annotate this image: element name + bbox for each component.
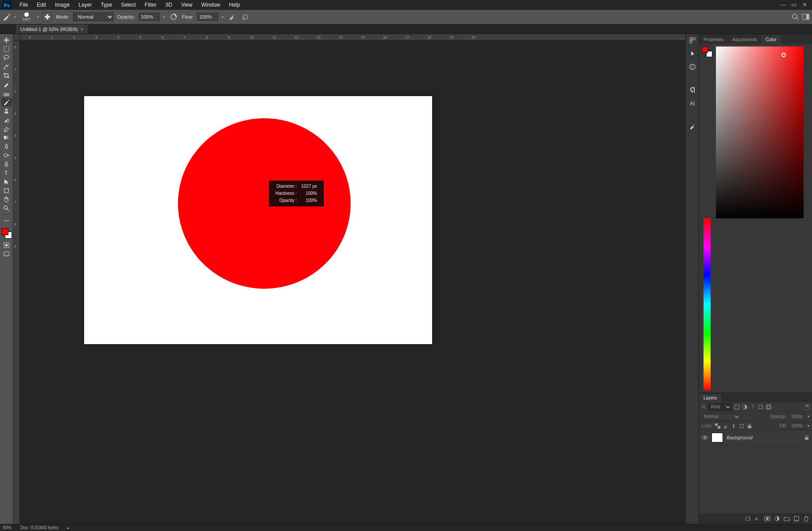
menu-file[interactable]: File — [15, 1, 32, 9]
link-layers-icon[interactable] — [745, 515, 751, 522]
menu-layer[interactable]: Layer — [74, 1, 96, 9]
foreground-color-swatch[interactable] — [1, 228, 8, 235]
zoom-tool[interactable] — [1, 204, 12, 213]
info-panel-icon[interactable]: i — [688, 62, 697, 71]
filter-toggle[interactable] — [805, 404, 809, 410]
new-group-icon[interactable] — [784, 515, 790, 522]
brush-settings-panel-icon[interactable] — [688, 122, 697, 131]
path-select-tool[interactable] — [1, 178, 12, 186]
doc-info[interactable]: Doc: 9.01M/0 bytes — [20, 525, 58, 530]
minimize-button[interactable]: — — [780, 2, 786, 8]
flow-chevron-icon[interactable]: ▾ — [222, 15, 224, 19]
color-tab[interactable]: Color — [762, 35, 781, 44]
brush-tool[interactable] — [1, 98, 12, 106]
airbrush-button[interactable] — [227, 12, 237, 22]
panel-fg-swatch[interactable] — [702, 47, 708, 53]
pen-tool[interactable] — [1, 160, 12, 168]
fill-input[interactable] — [789, 423, 805, 429]
quick-mask-button[interactable] — [1, 241, 12, 249]
lock-artboard-icon[interactable] — [739, 423, 744, 429]
filter-pixel-icon[interactable] — [734, 404, 740, 410]
mode-select[interactable]: Normal — [73, 12, 114, 21]
color-swatch[interactable] — [1, 228, 12, 239]
crop-tool[interactable] — [1, 71, 12, 80]
document-canvas[interactable] — [84, 96, 432, 344]
edit-toolbar-button[interactable] — [1, 217, 12, 225]
layer-fx-icon[interactable]: fx — [754, 515, 761, 522]
color-panel-swatches[interactable] — [702, 47, 712, 57]
opacity-input[interactable] — [139, 13, 160, 21]
ruler-vertical[interactable]: 0 1 2 3 4 5 6 7 8 9 — [13, 41, 20, 524]
filter-kind-select[interactable]: Kind — [708, 403, 732, 411]
clone-stamp-tool[interactable] — [1, 107, 12, 115]
color-field[interactable] — [716, 47, 804, 218]
history-brush-tool[interactable] — [1, 116, 12, 124]
menu-3d[interactable]: 3D — [161, 1, 176, 9]
fill-chevron-icon[interactable]: ▾ — [808, 424, 809, 428]
layer-row-background[interactable]: Background — [699, 430, 812, 445]
flow-input[interactable] — [197, 13, 218, 21]
gradient-tool[interactable] — [1, 133, 12, 142]
opacity-chevron-icon[interactable]: ▾ — [163, 15, 165, 19]
history-panel-icon[interactable] — [688, 36, 697, 45]
menu-type[interactable]: Type — [96, 1, 116, 9]
filter-smart-icon[interactable] — [766, 404, 772, 410]
size-pressure-button[interactable] — [240, 12, 250, 22]
menu-edit[interactable]: Edit — [32, 1, 50, 9]
quick-select-tool[interactable] — [1, 62, 12, 71]
lock-position-icon[interactable] — [731, 423, 736, 429]
new-layer-icon[interactable] — [793, 515, 800, 522]
lasso-tool[interactable] — [1, 54, 12, 62]
delete-layer-icon[interactable] — [803, 515, 809, 522]
canvas[interactable]: Diameter :1027 px Hardness :100% Opacity… — [20, 41, 685, 524]
opacity-pressure-button[interactable] — [169, 12, 178, 22]
screen-mode-button[interactable] — [1, 250, 12, 258]
lock-all-icon[interactable] — [747, 423, 752, 429]
menu-view[interactable]: View — [177, 1, 197, 9]
layer-name[interactable]: Background — [727, 435, 753, 440]
blur-tool[interactable] — [1, 142, 12, 151]
layer-mask-icon[interactable] — [764, 515, 770, 522]
character-panel-icon[interactable]: A — [688, 99, 697, 108]
blend-mode-select[interactable]: Normal — [702, 413, 741, 420]
filter-adjust-icon[interactable] — [742, 404, 748, 410]
menu-image[interactable]: Image — [50, 1, 74, 9]
marquee-tool[interactable] — [1, 45, 12, 53]
maximize-button[interactable]: ▭ — [791, 2, 797, 8]
adjustments-tab[interactable]: Adjustments — [728, 35, 762, 44]
dodge-tool[interactable] — [1, 151, 12, 159]
layer-locked-icon[interactable] — [804, 435, 809, 440]
shape-tool[interactable] — [1, 186, 12, 195]
menu-filter[interactable]: Filter — [140, 1, 161, 9]
brush-preview[interactable]: 1027 — [19, 10, 34, 23]
brush-settings-button[interactable] — [43, 12, 52, 22]
menu-select[interactable]: Select — [116, 1, 140, 9]
hue-slider[interactable] — [704, 218, 711, 390]
lock-paint-icon[interactable] — [723, 423, 728, 429]
menu-help[interactable]: Help — [224, 1, 244, 9]
layers-tab[interactable]: Layers — [699, 394, 721, 402]
move-tool[interactable] — [1, 36, 12, 44]
close-button[interactable]: ✕ — [801, 2, 808, 8]
adjustment-layer-icon[interactable] — [774, 515, 780, 522]
brush-chevron-icon[interactable]: ▾ — [37, 15, 39, 19]
status-arrow-icon[interactable]: ▸ — [67, 526, 70, 530]
search-icon[interactable] — [792, 13, 799, 20]
document-tab[interactable]: Untitled-1 @ 50% (RGB/8) × — [16, 25, 88, 33]
layer-opacity-input[interactable] — [789, 414, 805, 420]
workspace-switcher-icon[interactable] — [802, 13, 809, 20]
filter-shape-icon[interactable] — [758, 404, 764, 410]
hand-tool[interactable] — [1, 195, 12, 204]
tab-close-icon[interactable]: × — [81, 27, 83, 32]
filter-type-icon[interactable]: T — [750, 404, 756, 410]
eyedropper-tool[interactable] — [1, 80, 12, 89]
zoom-level[interactable]: 50% — [3, 525, 12, 530]
layer-thumbnail[interactable] — [711, 433, 723, 442]
type-tool[interactable]: T — [1, 169, 12, 177]
lock-transparent-icon[interactable] — [715, 423, 720, 429]
actions-panel-icon[interactable] — [688, 49, 697, 58]
properties-tab[interactable]: Properties — [699, 35, 728, 44]
ruler-horizontal[interactable]: 0 1 2 3 4 5 6 7 8 9 10 11 12 13 14 15 16… — [20, 34, 685, 41]
healing-brush-tool[interactable] — [1, 89, 12, 97]
paragraph-panel-icon[interactable] — [688, 85, 697, 94]
